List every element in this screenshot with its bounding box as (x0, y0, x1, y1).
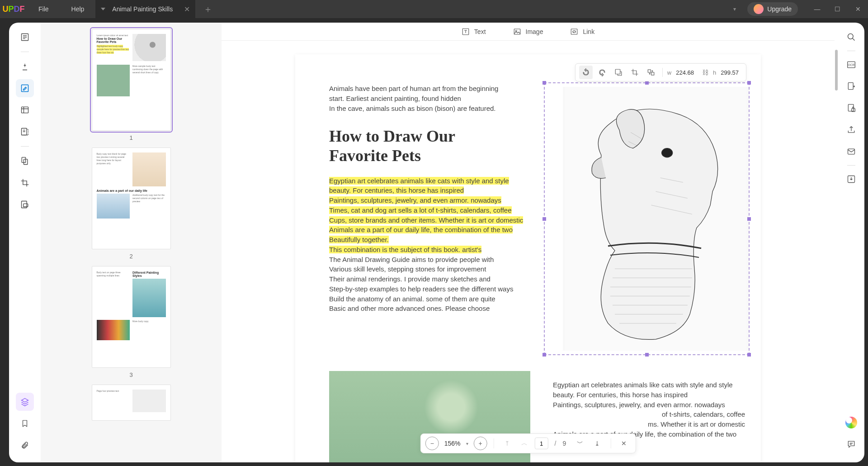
page-slash: / (555, 440, 557, 447)
thumbnail-item[interactable]: Body copy text block for page two previe… (92, 147, 171, 260)
svg-rect-9 (514, 29, 520, 34)
page-input[interactable] (535, 437, 548, 449)
thumbnail-item[interactable]: Page four preview text (92, 385, 171, 421)
zoom-dropdown-icon[interactable]: ▾ (466, 441, 468, 446)
extract-image-button[interactable] (612, 66, 625, 79)
thumbnail-item[interactable]: Body text on page three spanning multipl… (92, 266, 171, 378)
share-button[interactable] (843, 122, 859, 138)
scrollbar[interactable] (835, 23, 838, 462)
thumb-title: Different Painting Styles (132, 271, 166, 277)
crop-button[interactable] (16, 174, 34, 192)
organize-button[interactable] (16, 123, 34, 141)
tab-add-button[interactable]: ＋ (203, 3, 212, 15)
last-page-button[interactable]: ⤓ (590, 437, 604, 450)
edit-toolbar: Text Image Link (222, 23, 835, 41)
prev-page-button[interactable]: ︿ (518, 437, 531, 450)
svg-rect-20 (848, 83, 853, 90)
svg-point-16 (662, 148, 673, 157)
edit-image-label: Image (526, 28, 543, 35)
tab-dropdown-icon[interactable] (101, 8, 105, 10)
edit-text-button[interactable]: Text (462, 28, 486, 36)
edit-text-label: Text (474, 28, 486, 35)
thumbnail-number: 3 (129, 371, 132, 378)
svg-rect-14 (651, 72, 654, 75)
height-value[interactable]: 299.57 (721, 69, 739, 76)
image-edit-toolbar: w 224.68 ⛓ h 299.57 (575, 63, 746, 81)
svg-rect-7 (24, 204, 28, 207)
email-button[interactable] (843, 143, 859, 160)
thumb-title: Animals are a part of our daily life (97, 189, 166, 192)
title-bar: UPDF File Help Animal Painting Skills ✕ … (0, 0, 868, 18)
form-button[interactable] (16, 101, 34, 119)
reader-mode-button[interactable] (16, 28, 34, 46)
search-button[interactable] (843, 29, 859, 45)
zoom-in-button[interactable]: + (474, 437, 487, 450)
zoom-level[interactable]: 156% (444, 440, 461, 447)
thumbnail-panel: Lorem ipsum dolor sit amet text How to D… (41, 23, 222, 462)
edit-link-button[interactable]: Link (570, 28, 594, 36)
menu-file[interactable]: File (27, 5, 60, 13)
body-text-col2: Egyptian art celebrates animals like cat… (553, 380, 745, 439)
rotate-right-button[interactable] (595, 66, 609, 79)
svg-text:OCR: OCR (848, 63, 855, 67)
thumbnail-number: 2 (129, 253, 132, 260)
height-label: h (713, 69, 716, 76)
redact-button[interactable] (16, 195, 34, 214)
titlebar-dropdown-icon[interactable]: ▾ (733, 6, 736, 12)
close-bar-button[interactable]: ✕ (617, 437, 631, 450)
dog-sketch-image (563, 87, 749, 351)
document-tab[interactable]: Animal Painting Skills ✕ (95, 0, 195, 18)
next-page-button[interactable]: ﹀ (573, 437, 587, 450)
document-viewport[interactable]: w 224.68 ⛓ h 299.57 Animals have been pa… (222, 41, 835, 462)
save-button[interactable] (843, 171, 859, 187)
thumb-title: How to Draw Our Favorite Pets (97, 37, 130, 43)
document-heading: How to Draw Our Favorite Pets (329, 127, 510, 166)
svg-point-17 (848, 34, 854, 39)
text-icon (462, 28, 470, 36)
annotate-button[interactable] (16, 57, 34, 76)
left-rail (9, 23, 41, 462)
svg-rect-21 (848, 105, 854, 111)
intro-text: Animals have been part of human art from… (329, 84, 519, 113)
svg-rect-13 (648, 70, 651, 72)
window-minimize-button[interactable]: — (807, 5, 827, 13)
comment-button[interactable] (843, 436, 859, 452)
width-label: w (667, 69, 671, 76)
window-maximize-button[interactable]: ☐ (827, 5, 848, 13)
tab-title: Animal Painting Skills (112, 5, 173, 13)
svg-rect-11 (571, 29, 578, 34)
edit-button[interactable] (16, 79, 34, 97)
thumbnail-number: 1 (129, 134, 132, 141)
tab-close-icon[interactable]: ✕ (184, 5, 190, 14)
svg-rect-12 (615, 69, 620, 74)
edit-link-label: Link (583, 28, 594, 35)
page-controls-bar: − 156% ▾ + ⤒ ︿ / 9 ﹀ ⤓ ✕ (420, 433, 636, 453)
bookmark-button[interactable] (16, 414, 34, 433)
user-avatar (754, 4, 764, 14)
upgrade-label: Upgrade (767, 5, 792, 13)
ai-button[interactable] (843, 414, 859, 431)
body-text: Egyptian art celebrates animals like cat… (329, 176, 524, 314)
crop-image-button[interactable] (628, 66, 642, 79)
app-logo: UPDF (0, 5, 27, 14)
layers-button[interactable] (16, 393, 34, 411)
window-close-button[interactable]: ✕ (848, 5, 868, 13)
replace-image-button[interactable] (644, 66, 658, 79)
first-page-button[interactable]: ⤒ (500, 437, 514, 450)
rotate-left-button[interactable] (579, 66, 593, 79)
width-value[interactable]: 224.68 (676, 69, 694, 76)
upgrade-button[interactable]: Upgrade (747, 2, 798, 16)
pages-button[interactable] (16, 152, 34, 170)
protect-button[interactable] (843, 100, 859, 116)
convert-button[interactable] (843, 78, 859, 95)
zoom-out-button[interactable]: − (425, 437, 439, 450)
attachment-button[interactable] (16, 436, 34, 454)
edit-image-button[interactable]: Image (513, 28, 543, 36)
menu-help[interactable]: Help (60, 5, 96, 13)
ocr-button[interactable]: OCR (843, 57, 859, 73)
selected-image[interactable] (544, 82, 750, 355)
document-page: w 224.68 ⛓ h 299.57 Animals have been pa… (295, 54, 761, 462)
thumbnail-item[interactable]: Lorem ipsum dolor sit amet text How to D… (92, 29, 171, 141)
lock-aspect-icon[interactable]: ⛓ (702, 69, 708, 76)
image-icon (513, 28, 521, 36)
